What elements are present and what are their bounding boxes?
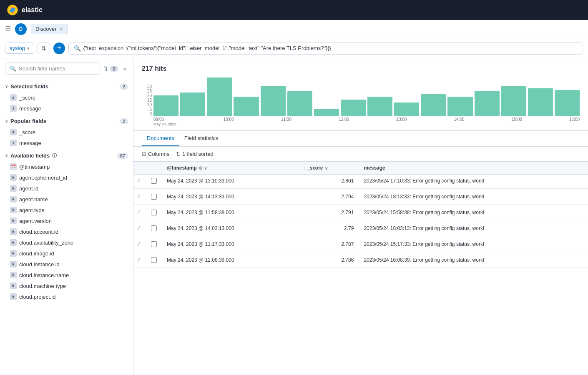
list-item[interactable]: k cloud.instance.id (0, 259, 133, 270)
score-cell: 2.794 (298, 190, 359, 205)
available-fields-section[interactable]: ∨ Available fields ⓘ 67 (0, 148, 133, 161)
field-name: agent.version (19, 218, 52, 224)
search-input-wrap: 🔍 (68, 42, 583, 55)
timestamp-cell: May 24, 2023 @ 13:10:33.000 (162, 175, 298, 189)
list-item[interactable]: k agent.name (0, 194, 133, 205)
row-expand-cell: ∕ (133, 190, 146, 205)
hamburger-menu[interactable]: ☰ (5, 25, 11, 33)
field-type-keyword-icon: k (10, 282, 17, 289)
add-filter-button[interactable]: + (53, 42, 65, 54)
filter-icon: ⇅ (103, 65, 108, 72)
field-type-keyword-icon: k (10, 185, 17, 192)
list-item[interactable]: k agent.ephemeral_id (0, 172, 133, 183)
list-item[interactable]: t message (0, 138, 133, 148)
table-row: ∕ May 24, 2023 @ 14:03:13.000 2.79 2023/… (133, 222, 588, 236)
timestamp-cell: May 24, 2023 @ 14:03:13.000 (162, 222, 298, 236)
timestamp-cell: May 24, 2023 @ 11:58:38.000 (162, 206, 298, 220)
row-expand-button[interactable]: ∕ (138, 210, 139, 215)
y-label: 25 (142, 89, 152, 93)
tab-documents[interactable]: Documents (142, 131, 179, 146)
index-name: syslog (10, 45, 25, 51)
message-cell: 2023/05/24 15:17:33: Error getting confi… (359, 238, 588, 252)
sort-icon: ⇅ (176, 151, 181, 157)
list-item[interactable]: k agent.id (0, 183, 133, 194)
score-cell: 2.786 (298, 254, 359, 268)
field-type-keyword-icon: k (10, 228, 17, 235)
y-label: 30 (142, 84, 152, 89)
available-fields-label: Available fields (10, 152, 50, 159)
sidebar-search-area: 🔍 ⇅ 0 « (0, 58, 133, 79)
elastic-logo[interactable]: elastic (7, 4, 43, 16)
list-item[interactable]: 📅 @timestamp (0, 161, 133, 172)
list-item[interactable]: k agent.type (0, 205, 133, 215)
y-label: 15 (142, 98, 152, 102)
checkbox-col-header (146, 162, 162, 175)
columns-button[interactable]: ⊟ Columns (142, 151, 169, 157)
row-checkbox[interactable] (151, 225, 157, 231)
table-row: ∕ May 24, 2023 @ 11:17:33.000 2.787 2023… (133, 238, 588, 252)
available-fields-count: 67 (117, 153, 128, 159)
row-expand-button[interactable]: ∕ (138, 241, 139, 247)
message-cell: 2023/05/24 18:13:33: Error getting confi… (359, 190, 588, 205)
selected-fields-list: # _score t message (0, 92, 133, 114)
timestamp-chevron-icon[interactable]: ∨ (204, 166, 207, 170)
field-name: cloud.project.id (19, 294, 55, 300)
chart-bar (367, 97, 392, 116)
field-name: cloud.instance.name (19, 272, 69, 278)
content-area: 217 hits 30 25 20 15 10 5 0 09:00May 24,… (133, 58, 588, 375)
row-expand-cell: ∕ (133, 206, 146, 220)
field-type-keyword-icon: k (10, 293, 17, 300)
timestamp-col-header[interactable]: @timestamp ⊙ ∨ (162, 162, 298, 175)
columns-label: Columns (148, 151, 169, 157)
list-item[interactable]: # _score (0, 92, 133, 103)
tab-field-statistics[interactable]: Field statistics (179, 131, 224, 146)
row-expand-button[interactable]: ∕ (138, 194, 139, 200)
field-name: agent.type (19, 207, 45, 213)
chart-bar (261, 86, 286, 116)
user-avatar[interactable]: D (15, 23, 27, 35)
field-search-input[interactable] (19, 65, 95, 72)
search-input[interactable] (83, 45, 578, 51)
main-layout: 🔍 ⇅ 0 « ∨ Selected fields 2 # _sc (0, 58, 588, 375)
table-row: ∕ May 24, 2023 @ 14:13:33.000 2.794 2023… (133, 190, 588, 205)
list-item[interactable]: k cloud.project.id (0, 291, 133, 302)
list-item[interactable]: k cloud.availability_zone (0, 237, 133, 248)
available-chevron-icon: ∨ (5, 153, 8, 158)
row-expand-button[interactable]: ∕ (138, 257, 139, 263)
row-checkbox-cell (146, 222, 162, 236)
sidebar: 🔍 ⇅ 0 « ∨ Selected fields 2 # _sc (0, 58, 133, 375)
discover-tab[interactable]: Discover ✓ (31, 24, 68, 34)
list-item[interactable]: k agent.version (0, 215, 133, 226)
row-checkbox[interactable] (151, 194, 157, 200)
row-checkbox[interactable] (151, 257, 157, 263)
selected-fields-section[interactable]: ∨ Selected fields 2 (0, 79, 133, 92)
list-item[interactable]: k cloud.account.id (0, 226, 133, 237)
popular-fields-section[interactable]: ∨ Popular fields 2 (0, 114, 133, 127)
message-col-header[interactable]: message (359, 162, 588, 175)
filter-button[interactable]: ⇅ (38, 42, 50, 54)
list-item[interactable]: k cloud.instance.name (0, 270, 133, 280)
list-item[interactable]: # _score (0, 127, 133, 138)
y-label: 10 (142, 102, 152, 107)
search-bar: syslog ∨ ⇅ + 🔍 (0, 38, 588, 58)
sidebar-filter-badge: ⇅ 0 (103, 65, 118, 72)
field-name: message (19, 140, 41, 146)
score-chevron-icon[interactable]: ∨ (325, 166, 328, 170)
row-checkbox[interactable] (151, 178, 157, 184)
search-icon: 🔍 (10, 65, 16, 72)
score-col-header[interactable]: ↓ _score ∨ (298, 162, 359, 175)
row-checkbox[interactable] (151, 210, 157, 215)
list-item[interactable]: k cloud.machine.type (0, 280, 133, 291)
row-checkbox-cell (146, 175, 162, 189)
expand-col-header (133, 162, 146, 175)
list-item[interactable]: k cloud.image.id (0, 248, 133, 259)
row-expand-button[interactable]: ∕ (138, 225, 139, 231)
message-cell: 2023/05/24 18:03:13: Error getting confi… (359, 222, 588, 236)
field-name: cloud.machine.type (19, 283, 66, 289)
index-selector[interactable]: syslog ∨ (5, 42, 34, 54)
x-label: 14:00 (454, 117, 465, 126)
list-item[interactable]: t message (0, 103, 133, 114)
collapse-sidebar-button[interactable]: « (121, 64, 128, 74)
row-checkbox[interactable] (151, 241, 157, 247)
row-expand-button[interactable]: ∕ (138, 178, 139, 184)
